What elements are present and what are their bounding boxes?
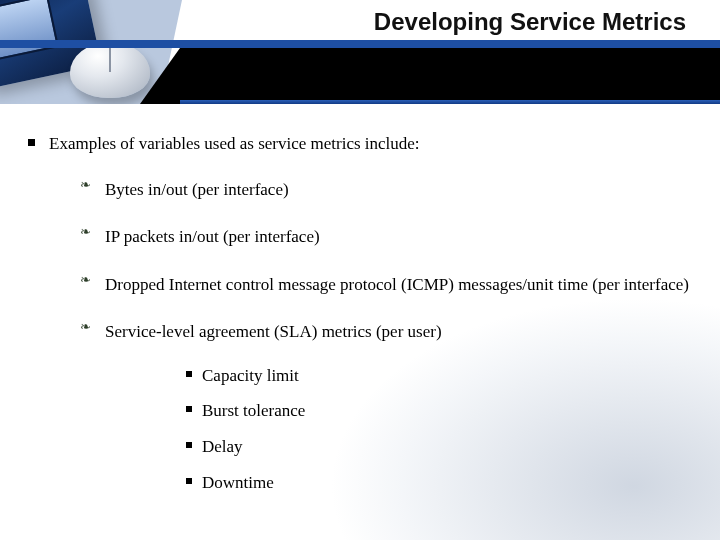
header-blue-bar <box>0 40 720 48</box>
leaf-bullet-icon: ❧ <box>80 175 91 195</box>
square-bullet-icon <box>186 478 192 484</box>
mouse-icon <box>70 42 150 98</box>
square-bullet-icon <box>28 139 35 146</box>
slide-body: Examples of variables used as service me… <box>28 132 694 507</box>
list-item-text: Dropped Internet control message protoco… <box>105 269 689 300</box>
laptop-screen-icon <box>0 0 59 62</box>
list-item: ❧ Service-level agreement (SLA) metrics … <box>80 316 694 347</box>
list-item: ❧ Dropped Internet control message proto… <box>80 269 694 300</box>
list-item-text: Service-level agreement (SLA) metrics (p… <box>105 316 442 347</box>
list-item: ❧ Bytes in/out (per interface) <box>80 174 694 205</box>
intro-bullet: Examples of variables used as service me… <box>28 132 694 156</box>
leaf-bullet-icon: ❧ <box>80 270 91 290</box>
list-item-text: Burst tolerance <box>202 399 305 423</box>
header-photo <box>0 0 160 104</box>
list-item-text: Delay <box>202 435 243 459</box>
list-item: ❧ IP packets in/out (per interface) <box>80 221 694 252</box>
list-item: Capacity limit <box>186 364 694 388</box>
list-item-text: Downtime <box>202 471 274 495</box>
slide: Developing Service Metrics Examples of v… <box>0 0 720 540</box>
intro-text: Examples of variables used as service me… <box>49 132 420 156</box>
slide-header: Developing Service Metrics <box>0 0 720 110</box>
square-bullet-icon <box>186 371 192 377</box>
leaf-bullet-icon: ❧ <box>80 317 91 337</box>
slide-title: Developing Service Metrics <box>374 8 686 36</box>
list-item: Burst tolerance <box>186 399 694 423</box>
square-bullet-icon <box>186 442 192 448</box>
list-item-text: IP packets in/out (per interface) <box>105 221 320 252</box>
list-item: Downtime <box>186 471 694 495</box>
sla-sublist: Capacity limit Burst tolerance Delay Dow… <box>186 364 694 495</box>
list-item-text: Bytes in/out (per interface) <box>105 174 289 205</box>
header-black-bar <box>180 48 720 104</box>
list-item-text: Capacity limit <box>202 364 299 388</box>
leaf-bullet-icon: ❧ <box>80 222 91 242</box>
square-bullet-icon <box>186 406 192 412</box>
list-item: Delay <box>186 435 694 459</box>
variables-list: ❧ Bytes in/out (per interface) ❧ IP pack… <box>80 174 694 495</box>
